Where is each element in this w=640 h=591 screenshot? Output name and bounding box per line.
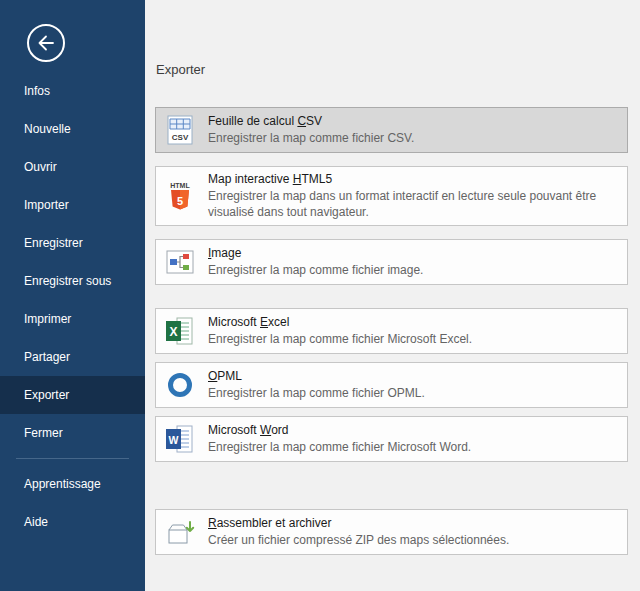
option-texts: Microsoft Excel Enregistrer la map comme… <box>208 315 472 348</box>
option-title-text: Microsoft <box>208 315 260 329</box>
svg-text:X: X <box>169 325 177 339</box>
option-description: Enregistrer la map comme fichier Microso… <box>208 332 472 348</box>
option-title-text: mage <box>211 246 241 260</box>
option-title: Feuille de calcul CSV <box>208 114 414 128</box>
svg-text:W: W <box>169 434 179 446</box>
sidebar-item-ouvrir[interactable]: Ouvrir <box>0 148 145 186</box>
sidebar-item-importer[interactable]: Importer <box>0 186 145 224</box>
option-title: Image <box>208 246 423 260</box>
export-option-csv[interactable]: CSV Feuille de calcul CSV Enregistrer la… <box>155 107 628 153</box>
option-description: Enregistrer la map comme fichier Microso… <box>208 440 471 456</box>
option-title: OPML <box>208 369 425 383</box>
backstage-view: Infos Nouvelle Ouvrir Importer Enregistr… <box>0 0 640 591</box>
option-title-text: ord <box>271 423 288 437</box>
export-option-opml[interactable]: OPML Enregistrer la map comme fichier OP… <box>155 362 628 408</box>
export-option-image[interactable]: Image Enregistrer la map comme fichier i… <box>155 239 628 285</box>
export-option-pack-and-go[interactable]: Rassembler et archiver Créer un fichier … <box>155 509 628 555</box>
option-title: Microsoft Word <box>208 423 471 437</box>
option-description: Créer un fichier compressé ZIP des maps … <box>208 533 509 549</box>
svg-text:5: 5 <box>177 195 183 207</box>
svg-text:CSV: CSV <box>172 133 189 142</box>
sidebar-item-apprentissage[interactable]: Apprentissage <box>0 465 145 503</box>
pack-and-go-icon <box>164 516 196 548</box>
export-option-word[interactable]: W Microsoft Word Enregistrer la map comm… <box>155 416 628 462</box>
sidebar-item-nouvelle[interactable]: Nouvelle <box>0 110 145 148</box>
back-arrow-icon <box>36 33 56 53</box>
option-texts: Map interactive HTML5 Enregistrer la map… <box>208 172 617 220</box>
sidebar-item-aide[interactable]: Aide <box>0 503 145 541</box>
image-icon <box>164 246 196 278</box>
sidebar-item-fermer[interactable]: Fermer <box>0 414 145 452</box>
option-texts: Rassembler et archiver Créer un fichier … <box>208 516 509 549</box>
option-description: Enregistrer la map comme fichier image. <box>208 263 423 279</box>
svg-text:HTML: HTML <box>170 182 190 189</box>
option-title-accesskey: C <box>297 114 306 128</box>
option-description: Enregistrer la map dans un format intera… <box>208 189 617 220</box>
option-title-text: Feuille de calcul <box>208 114 297 128</box>
option-title-accesskey: R <box>208 516 217 530</box>
word-icon: W <box>164 423 196 455</box>
option-title-text: Map interactive <box>208 172 293 186</box>
csv-icon: CSV <box>164 114 196 146</box>
option-texts: OPML Enregistrer la map comme fichier OP… <box>208 369 425 402</box>
option-description: Enregistrer la map comme fichier OPML. <box>208 386 425 402</box>
excel-icon: X <box>164 315 196 347</box>
option-title-text: assembler et archiver <box>217 516 332 530</box>
sidebar-separator <box>16 458 129 459</box>
opml-icon <box>164 369 196 401</box>
option-title-text: PML <box>217 369 242 383</box>
option-description: Enregistrer la map comme fichier CSV. <box>208 131 414 147</box>
sidebar-nav: Infos Nouvelle Ouvrir Importer Enregistr… <box>0 72 145 541</box>
sidebar-item-exporter[interactable]: Exporter <box>0 376 145 414</box>
back-button[interactable] <box>27 24 65 62</box>
option-title: Map interactive HTML5 <box>208 172 617 186</box>
option-texts: Microsoft Word Enregistrer la map comme … <box>208 423 471 456</box>
option-title-accesskey: E <box>260 315 268 329</box>
html5-icon: HTML 5 <box>164 180 196 212</box>
sidebar-item-partager[interactable]: Partager <box>0 338 145 376</box>
export-option-html5[interactable]: HTML 5 Map interactive HTML5 Enregistrer… <box>155 166 628 226</box>
option-title-text: xcel <box>268 315 289 329</box>
export-panel: Exporter CSV Feuille de calcul CSV Enreg… <box>145 0 640 591</box>
sidebar-item-imprimer[interactable]: Imprimer <box>0 300 145 338</box>
option-title: Microsoft Excel <box>208 315 472 329</box>
option-title-accesskey: W <box>260 423 271 437</box>
backstage-sidebar: Infos Nouvelle Ouvrir Importer Enregistr… <box>0 0 145 591</box>
page-title: Exporter <box>156 62 628 77</box>
option-title-text: TML5 <box>301 172 332 186</box>
sidebar-item-enregistrer[interactable]: Enregistrer <box>0 224 145 262</box>
sidebar-item-infos[interactable]: Infos <box>0 72 145 110</box>
option-title-accesskey: O <box>208 369 217 383</box>
option-title: Rassembler et archiver <box>208 516 509 530</box>
option-texts: Feuille de calcul CSV Enregistrer la map… <box>208 114 414 147</box>
option-title-text: SV <box>306 114 322 128</box>
sidebar-item-enregistrer-sous[interactable]: Enregistrer sous <box>0 262 145 300</box>
option-texts: Image Enregistrer la map comme fichier i… <box>208 246 423 279</box>
option-title-text: Microsoft <box>208 423 260 437</box>
export-option-excel[interactable]: X Microsoft Excel Enregistrer la map com… <box>155 308 628 354</box>
